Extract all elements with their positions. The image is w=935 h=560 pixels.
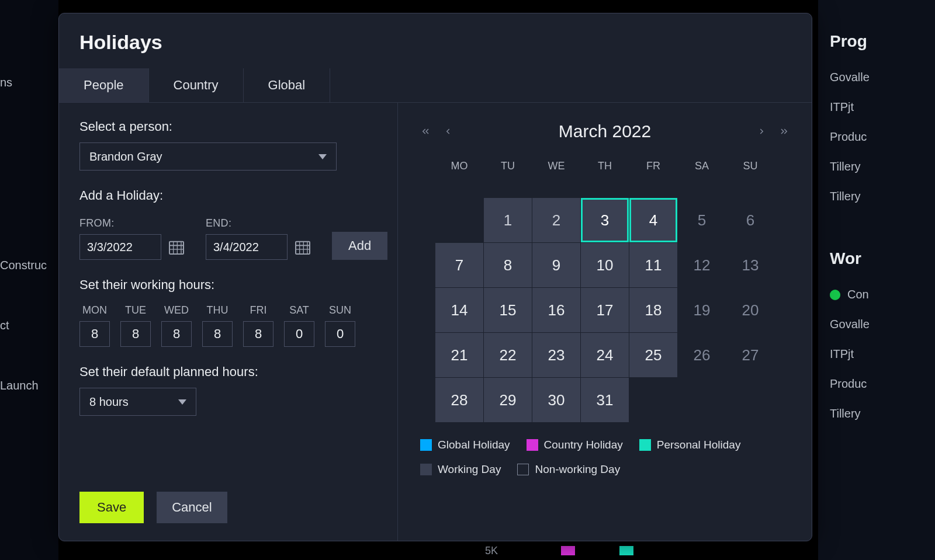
calendar-day[interactable]: 25 bbox=[629, 333, 677, 377]
select-person-label: Select a person: bbox=[79, 119, 377, 134]
hours-input-mon[interactable]: 8 bbox=[79, 321, 110, 347]
calendar-icon[interactable] bbox=[167, 238, 186, 256]
sidebar-item: Construc bbox=[0, 247, 58, 284]
hours-input-tue[interactable]: 8 bbox=[120, 321, 151, 347]
hours-input-fri[interactable]: 8 bbox=[243, 321, 273, 347]
left-panel: Select a person: Brandon Gray Add a Holi… bbox=[59, 103, 398, 541]
calendar-day bbox=[629, 378, 677, 422]
chevron-double-right-icon[interactable] bbox=[779, 126, 789, 137]
calendar-day[interactable]: 15 bbox=[484, 288, 532, 332]
default-planned-label: Set their default planned hours: bbox=[79, 364, 377, 380]
calendar-day[interactable]: 27 bbox=[726, 333, 774, 377]
legend-label: Country Holiday bbox=[544, 439, 623, 451]
tab-country[interactable]: Country bbox=[149, 68, 244, 102]
status-dot-icon bbox=[830, 290, 840, 300]
calendar-day[interactable]: 11 bbox=[629, 243, 677, 287]
chevron-left-icon[interactable] bbox=[442, 126, 453, 137]
calendar-day[interactable]: 3 bbox=[581, 198, 629, 242]
cal-dow-label: SA bbox=[678, 153, 726, 179]
calendar-day[interactable]: 5 bbox=[678, 198, 726, 242]
dow-label: WED bbox=[161, 304, 192, 316]
end-date-input[interactable]: 3/4/2022 bbox=[206, 234, 288, 260]
calendar-grid: MOTUWETHFRSASU12345678910111213141516171… bbox=[420, 153, 789, 422]
modal-title: Holidays bbox=[59, 13, 812, 68]
sidebar-item: ct bbox=[0, 307, 58, 344]
calendar-day[interactable]: 10 bbox=[581, 243, 629, 287]
right-header-2: Wor bbox=[830, 249, 935, 268]
calendar-legend: Global Holiday Country Holiday Personal … bbox=[420, 439, 789, 476]
cal-dow-label: TU bbox=[484, 153, 532, 179]
chevron-down-icon bbox=[178, 399, 186, 405]
calendar-day bbox=[435, 198, 483, 242]
calendar-day[interactable]: 8 bbox=[484, 243, 532, 287]
legend-swatch-icon bbox=[561, 546, 575, 555]
legend-swatch-icon bbox=[619, 546, 633, 555]
hours-input-sat[interactable]: 0 bbox=[284, 321, 314, 347]
calendar-icon[interactable] bbox=[293, 238, 312, 256]
chevron-right-icon[interactable] bbox=[757, 126, 767, 137]
list-item: Con bbox=[830, 280, 935, 309]
calendar-day[interactable]: 12 bbox=[678, 243, 726, 287]
background-left-col: ns Construc ct Launch bbox=[0, 0, 58, 560]
chevron-double-left-icon[interactable] bbox=[420, 126, 431, 137]
swatch-personal-icon bbox=[639, 439, 651, 451]
calendar-day[interactable]: 19 bbox=[678, 288, 726, 332]
swatch-nonworking-icon bbox=[517, 464, 529, 475]
list-item-label: Con bbox=[847, 288, 869, 301]
from-date-input[interactable]: 3/3/2022 bbox=[79, 234, 161, 260]
tab-people[interactable]: People bbox=[59, 68, 149, 102]
cal-dow-label: FR bbox=[629, 153, 677, 179]
dow-label: SAT bbox=[284, 304, 314, 316]
working-hours-label: Set their working hours: bbox=[79, 277, 377, 293]
list-item: Produc bbox=[830, 122, 935, 152]
hours-input-sun[interactable]: 0 bbox=[325, 321, 355, 347]
list-item: ITPjt bbox=[830, 339, 935, 369]
list-item: Tillery bbox=[830, 399, 935, 429]
hours-input-wed[interactable]: 8 bbox=[161, 321, 192, 347]
list-item: Govalle bbox=[830, 309, 935, 339]
tab-global[interactable]: Global bbox=[244, 68, 331, 102]
calendar-day[interactable]: 7 bbox=[435, 243, 483, 287]
calendar-day[interactable]: 24 bbox=[581, 333, 629, 377]
calendar-day[interactable]: 26 bbox=[678, 333, 726, 377]
tab-bar: People Country Global bbox=[59, 68, 812, 103]
calendar-day[interactable]: 2 bbox=[532, 198, 580, 242]
sidebar-item: Launch bbox=[0, 367, 58, 404]
calendar-day[interactable]: 13 bbox=[726, 243, 774, 287]
dow-label: TUE bbox=[120, 304, 151, 316]
calendar-day[interactable]: 9 bbox=[532, 243, 580, 287]
axis-tick: 5K bbox=[485, 545, 498, 557]
cancel-button[interactable]: Cancel bbox=[157, 492, 227, 523]
list-item: Tillery bbox=[830, 152, 935, 182]
list-item: ITPjt bbox=[830, 92, 935, 122]
holidays-modal: Holidays People Country Global Select a … bbox=[58, 13, 812, 541]
calendar-day[interactable]: 31 bbox=[581, 378, 629, 422]
planned-hours-select[interactable]: 8 hours bbox=[79, 388, 196, 416]
calendar-day[interactable]: 16 bbox=[532, 288, 580, 332]
hours-input-thu[interactable]: 8 bbox=[202, 321, 233, 347]
calendar-day[interactable]: 30 bbox=[532, 378, 580, 422]
calendar-day[interactable]: 28 bbox=[435, 378, 483, 422]
calendar-day[interactable]: 29 bbox=[484, 378, 532, 422]
legend-label: Working Day bbox=[438, 463, 501, 476]
calendar-day[interactable]: 14 bbox=[435, 288, 483, 332]
calendar-day[interactable]: 18 bbox=[629, 288, 677, 332]
calendar-day[interactable]: 17 bbox=[581, 288, 629, 332]
calendar-day[interactable]: 4 bbox=[629, 198, 677, 242]
legend-label: Non-working Day bbox=[535, 463, 620, 476]
calendar-day[interactable]: 6 bbox=[726, 198, 774, 242]
calendar-day[interactable]: 1 bbox=[484, 198, 532, 242]
chevron-down-icon bbox=[318, 154, 327, 159]
dow-header-row: MON TUE WED THU FRI SAT SUN bbox=[79, 304, 377, 316]
calendar-day[interactable]: 23 bbox=[532, 333, 580, 377]
person-select[interactable]: Brandon Gray bbox=[79, 142, 337, 171]
background-right-col: Prog Govalle ITPjt Produc Tillery Tiller… bbox=[818, 0, 935, 560]
calendar-day[interactable]: 22 bbox=[484, 333, 532, 377]
add-button[interactable]: Add bbox=[332, 232, 387, 260]
swatch-country-icon bbox=[527, 439, 538, 451]
swatch-global-icon bbox=[420, 439, 432, 451]
calendar-day[interactable]: 21 bbox=[435, 333, 483, 377]
calendar-day[interactable]: 20 bbox=[726, 288, 774, 332]
save-button[interactable]: Save bbox=[79, 492, 144, 523]
dow-label: SUN bbox=[325, 304, 355, 316]
